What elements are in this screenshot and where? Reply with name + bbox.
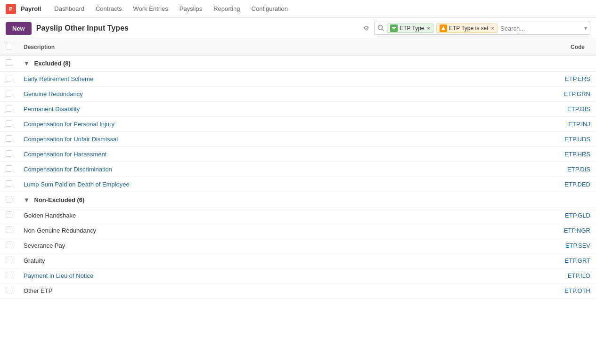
filter-tag-etp-type-close[interactable]: × bbox=[427, 25, 430, 31]
table-row: Non-Genuine Redundancy ETP.NGR bbox=[0, 223, 596, 238]
table-row: Other ETP ETP.OTH bbox=[0, 283, 596, 299]
row-code: ETP.GRT bbox=[455, 253, 596, 268]
row-description[interactable]: Compensation for Unfair Dismissal bbox=[18, 132, 455, 147]
gear-icon[interactable]: ⚙ bbox=[363, 24, 369, 32]
nav-links: Dashboard Contracts Work Entries Payslip… bbox=[49, 3, 293, 14]
table-container: Description Code ▼ Excluded (8) Early Re… bbox=[0, 39, 596, 299]
row-description[interactable]: Permanent Disability bbox=[18, 102, 455, 117]
search-bar: ETP Type × ETP Type is set × ▾ bbox=[374, 22, 590, 35]
row-code: ETP.DIS bbox=[455, 162, 596, 177]
group-header-0[interactable]: ▼ Excluded (8) bbox=[0, 55, 596, 72]
row-checkbox-0-3[interactable] bbox=[6, 120, 12, 127]
row-code: ETP.DIS bbox=[455, 102, 596, 117]
etp-type-icon bbox=[390, 24, 398, 32]
row-code: ETP.HRS bbox=[455, 147, 596, 162]
app-name: Payroll bbox=[21, 5, 41, 12]
row-checkbox-1-0[interactable] bbox=[6, 211, 12, 218]
row-checkbox-0-0[interactable] bbox=[6, 75, 12, 81]
row-code: ETP.GLD bbox=[455, 208, 596, 223]
new-button[interactable]: New bbox=[6, 22, 32, 35]
group-name-0: Excluded (8) bbox=[34, 60, 71, 67]
nav-payslips[interactable]: Payslips bbox=[175, 3, 207, 14]
row-checkbox-1-3[interactable] bbox=[6, 257, 12, 263]
svg-rect-3 bbox=[392, 29, 395, 29]
row-code: ETP.ILO bbox=[455, 268, 596, 283]
select-all-checkbox[interactable] bbox=[6, 43, 12, 49]
row-description[interactable]: Compensation for Harassment bbox=[18, 147, 455, 162]
nav-reporting[interactable]: Reporting bbox=[209, 3, 245, 14]
row-checkbox-0-4[interactable] bbox=[6, 135, 12, 142]
row-description: Golden Handshake bbox=[18, 208, 455, 223]
row-description: Gratuity bbox=[18, 253, 455, 268]
row-description[interactable]: Compensation for Discrimination bbox=[18, 162, 455, 177]
row-description: Non-Genuine Redundancy bbox=[18, 223, 455, 238]
row-checkbox-0-5[interactable] bbox=[6, 150, 12, 157]
table-row: Golden Handshake ETP.GLD bbox=[0, 208, 596, 223]
row-checkbox-0-6[interactable] bbox=[6, 165, 12, 172]
row-code: ETP.INJ bbox=[455, 117, 596, 132]
row-description[interactable]: Payment in Lieu of Notice bbox=[18, 268, 455, 283]
row-description[interactable]: Early Retirement Scheme bbox=[18, 72, 455, 87]
row-description[interactable]: Lump Sum Paid on Death of Employee bbox=[18, 177, 455, 192]
col-header-description[interactable]: Description bbox=[18, 39, 455, 55]
row-code: ETP.OTH bbox=[455, 283, 596, 299]
table-row: Lump Sum Paid on Death of Employee ETP.D… bbox=[0, 177, 596, 192]
filter-tag-etp-isset-close[interactable]: × bbox=[491, 25, 494, 31]
row-checkbox-0-7[interactable] bbox=[6, 180, 12, 187]
filter-tag-etp-isset: ETP Type is set × bbox=[436, 24, 498, 33]
filter-tag-etp-type: ETP Type × bbox=[387, 24, 433, 33]
app-logo: P bbox=[6, 4, 16, 14]
search-input[interactable] bbox=[500, 25, 580, 32]
svg-rect-2 bbox=[392, 27, 396, 28]
row-code: ETP.UDS bbox=[455, 132, 596, 147]
row-description: Other ETP bbox=[18, 283, 455, 299]
row-description: Severance Pay bbox=[18, 238, 455, 253]
search-icon bbox=[377, 24, 384, 32]
col-header-code[interactable]: Code bbox=[455, 39, 596, 55]
table-row: Compensation for Discrimination ETP.DIS bbox=[0, 162, 596, 177]
table-row: Compensation for Personal Injury ETP.INJ bbox=[0, 117, 596, 132]
row-code: ETP.SEV bbox=[455, 238, 596, 253]
row-checkbox-1-5[interactable] bbox=[6, 287, 12, 293]
group-checkbox-1[interactable] bbox=[6, 196, 12, 202]
topnav: P Payroll Dashboard Contracts Work Entri… bbox=[0, 0, 596, 18]
nav-work-entries[interactable]: Work Entries bbox=[129, 3, 173, 14]
group-toggle-1[interactable]: ▼ bbox=[24, 196, 30, 203]
row-description[interactable]: Genuine Redundancy bbox=[18, 87, 455, 102]
table-row: Compensation for Harassment ETP.HRS bbox=[0, 147, 596, 162]
table-row: Payment in Lieu of Notice ETP.ILO bbox=[0, 268, 596, 283]
nav-contracts[interactable]: Contracts bbox=[91, 3, 127, 14]
nav-dashboard[interactable]: Dashboard bbox=[49, 3, 89, 14]
group-toggle-0[interactable]: ▼ bbox=[24, 60, 30, 67]
table-row: Genuine Redundancy ETP.GRN bbox=[0, 87, 596, 102]
nav-configuration[interactable]: Configuration bbox=[247, 3, 293, 14]
table-row: Severance Pay ETP.SEV bbox=[0, 238, 596, 253]
table-row: Compensation for Unfair Dismissal ETP.UD… bbox=[0, 132, 596, 147]
toolbar: New Payslip Other Input Types ⚙ ETP Type… bbox=[0, 18, 596, 39]
row-checkbox-1-1[interactable] bbox=[6, 226, 12, 233]
row-code: ETP.NGR bbox=[455, 223, 596, 238]
row-code: ETP.ERS bbox=[455, 72, 596, 87]
row-checkbox-0-1[interactable] bbox=[6, 90, 12, 97]
row-code: ETP.GRN bbox=[455, 87, 596, 102]
svg-marker-5 bbox=[441, 26, 445, 30]
row-code: ETP.DED bbox=[455, 177, 596, 192]
group-checkbox-0[interactable] bbox=[6, 59, 12, 66]
table-row: Gratuity ETP.GRT bbox=[0, 253, 596, 268]
svg-rect-4 bbox=[393, 30, 395, 30]
svg-line-1 bbox=[382, 29, 384, 31]
row-checkbox-1-2[interactable] bbox=[6, 242, 12, 248]
filter-tag-etp-isset-label: ETP Type is set bbox=[449, 25, 489, 32]
payslip-table: Description Code ▼ Excluded (8) Early Re… bbox=[0, 39, 596, 299]
search-dropdown-arrow[interactable]: ▾ bbox=[584, 25, 587, 32]
group-header-1[interactable]: ▼ Non-Excluded (6) bbox=[0, 192, 596, 208]
table-row: Permanent Disability ETP.DIS bbox=[0, 102, 596, 117]
filter-tag-etp-type-label: ETP Type bbox=[400, 25, 424, 32]
row-checkbox-1-4[interactable] bbox=[6, 272, 12, 278]
page-title: Payslip Other Input Types bbox=[36, 24, 129, 32]
group-name-1: Non-Excluded (6) bbox=[34, 196, 85, 203]
etp-isset-icon bbox=[440, 24, 447, 32]
row-description[interactable]: Compensation for Personal Injury bbox=[18, 117, 455, 132]
row-checkbox-0-2[interactable] bbox=[6, 105, 12, 112]
table-row: Early Retirement Scheme ETP.ERS bbox=[0, 72, 596, 87]
